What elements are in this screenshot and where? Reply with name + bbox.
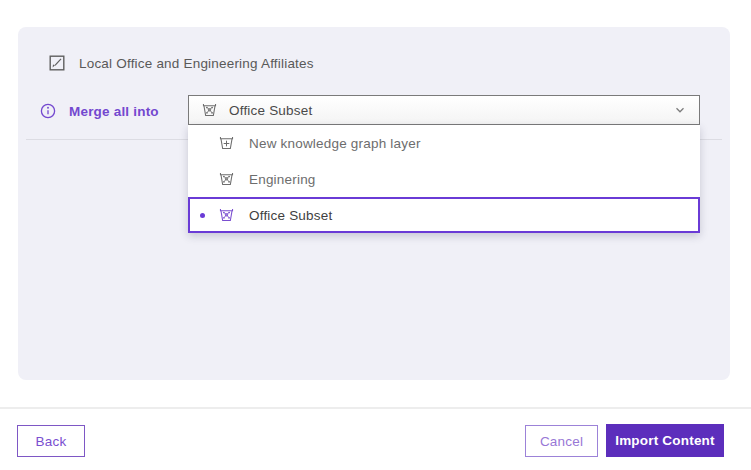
- source-layer-label: Local Office and Engineering Affiliates: [79, 56, 314, 71]
- merge-target-dropdown: New knowledge graph layer Engineri: [188, 125, 700, 233]
- dropdown-item-new-knowledge-graph-layer[interactable]: New knowledge graph layer: [188, 125, 700, 161]
- new-knowledge-graph-layer-icon: [218, 135, 235, 152]
- source-layer-row: Local Office and Engineering Affiliates: [48, 52, 314, 74]
- dropdown-item-label: Enginering: [249, 172, 316, 187]
- merge-target-select-value: Office Subset: [229, 103, 312, 118]
- info-icon[interactable]: [40, 103, 56, 119]
- selected-bullet: [200, 213, 205, 218]
- knowledge-graph-layer-icon: [218, 207, 235, 224]
- merge-all-into-label: Merge all into: [69, 104, 159, 119]
- selected-bullet-slot: [194, 213, 210, 218]
- merge-all-into-row: Merge all into: [40, 101, 159, 121]
- cancel-button[interactable]: Cancel: [525, 425, 598, 457]
- knowledge-graph-layer-icon: [201, 102, 218, 119]
- dropdown-item-office-subset[interactable]: Office Subset: [188, 197, 700, 233]
- chevron-down-icon: [673, 103, 687, 117]
- knowledge-graph-layer-icon: [218, 171, 235, 188]
- footer-divider: [0, 407, 751, 409]
- dropdown-item-label: New knowledge graph layer: [249, 136, 421, 151]
- sketch-layer-icon: [48, 54, 66, 72]
- back-button[interactable]: Back: [17, 425, 85, 457]
- dropdown-item-label: Office Subset: [249, 208, 332, 223]
- dropdown-item-enginering[interactable]: Enginering: [188, 161, 700, 197]
- import-content-button[interactable]: Import Content: [606, 424, 724, 457]
- merge-target-select[interactable]: Office Subset: [188, 95, 700, 125]
- import-dialog: Local Office and Engineering Affiliates …: [0, 0, 751, 470]
